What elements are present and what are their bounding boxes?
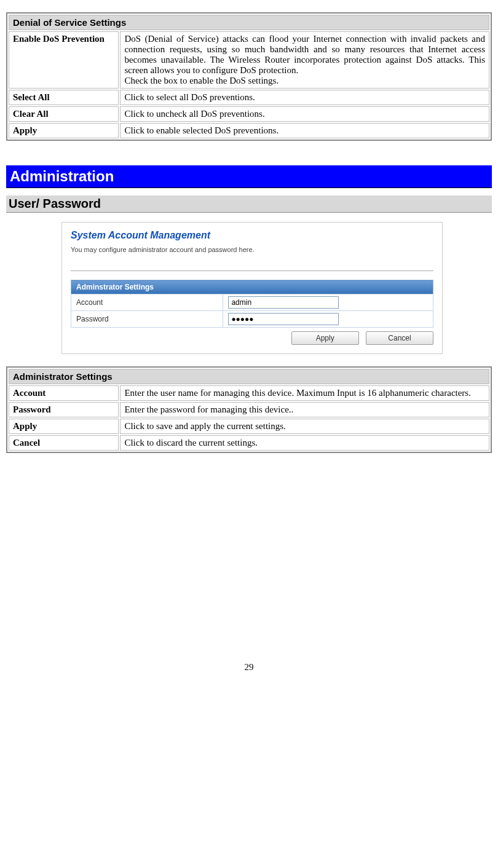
dos-table-header: Denial of Service Settings	[9, 15, 489, 30]
administration-heading: Administration	[6, 165, 492, 188]
password-cell	[223, 311, 433, 328]
table-row: Account Enter the user name for managing…	[9, 385, 489, 401]
row-label: Apply	[9, 419, 119, 434]
row-desc: DoS (Denial of Service) attacks can floo…	[120, 31, 489, 89]
cancel-button[interactable]: Cancel	[366, 331, 433, 345]
row-label: Password	[9, 402, 119, 417]
row-label: Account	[9, 385, 119, 401]
apply-button[interactable]: Apply	[291, 331, 359, 345]
table-row: Cancel Click to discard the current sett…	[9, 435, 489, 451]
table-row: Apply Click to enable selected DoS preve…	[9, 123, 489, 138]
row-desc: Click to uncheck all DoS preventions.	[120, 106, 489, 122]
panel-header-row: Adminstrator Settings	[71, 280, 433, 294]
panel-header: Adminstrator Settings	[71, 280, 433, 294]
row-desc: Click to save and apply the current sett…	[120, 419, 489, 434]
admin-table-header: Administrator Settings	[9, 369, 489, 384]
system-account-screenshot: System Account Management You may config…	[61, 222, 443, 354]
admin-settings-panel: Adminstrator Settings Account Password	[71, 280, 433, 328]
divider	[71, 270, 433, 271]
password-row: Password	[71, 311, 433, 328]
password-label: Password	[71, 311, 223, 328]
row-desc: Enter the password for managing this dev…	[120, 402, 489, 417]
row-label: Clear All	[9, 106, 119, 122]
dos-settings-table: Denial of Service Settings Enable DoS Pr…	[6, 12, 492, 141]
account-input[interactable]	[228, 296, 339, 309]
password-input[interactable]	[228, 313, 339, 325]
screenshot-title: System Account Management	[71, 230, 433, 241]
row-label: Cancel	[9, 435, 119, 451]
row-desc: Click to discard the current settings.	[120, 435, 489, 451]
row-label: Apply	[9, 123, 119, 138]
table-row: Enable DoS Prevention DoS (Denial of Ser…	[9, 31, 489, 89]
row-desc: Click to select all DoS preventions.	[120, 90, 489, 105]
account-cell	[223, 294, 433, 311]
account-label: Account	[71, 294, 223, 311]
page-number: 29	[6, 662, 492, 673]
user-password-heading: User/ Password	[6, 195, 492, 213]
row-label: Select All	[9, 90, 119, 105]
button-row: Apply Cancel	[71, 328, 433, 346]
table-row: Clear All Click to uncheck all DoS preve…	[9, 106, 489, 122]
screenshot-desc: You may configure administrator account …	[71, 246, 433, 253]
row-desc: Enter the user name for managing this de…	[120, 385, 489, 401]
table-row: Select All Click to select all DoS preve…	[9, 90, 489, 105]
table-row: Apply Click to save and apply the curren…	[9, 419, 489, 434]
row-desc: Click to enable selected DoS preventions…	[120, 123, 489, 138]
table-row: Password Enter the password for managing…	[9, 402, 489, 417]
row-label: Enable DoS Prevention	[9, 31, 119, 89]
account-row: Account	[71, 294, 433, 311]
admin-settings-table: Administrator Settings Account Enter the…	[6, 366, 492, 453]
